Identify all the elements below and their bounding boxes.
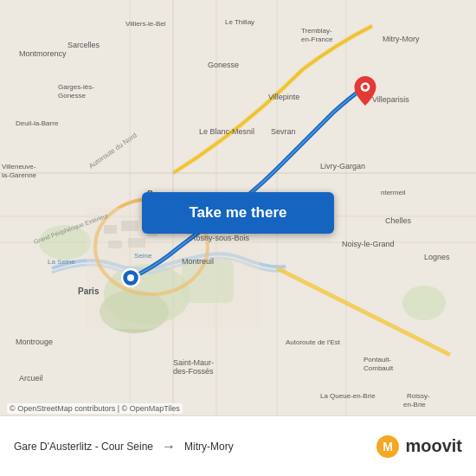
- svg-text:Gonesse: Gonesse: [58, 92, 87, 100]
- svg-text:Villepinte: Villepinte: [268, 93, 299, 101]
- map-attribution: © OpenStreetMap contributors | © OpenMap…: [7, 403, 183, 414]
- svg-text:Le Thillay: Le Thillay: [225, 18, 254, 26]
- svg-text:Combault: Combault: [363, 364, 394, 372]
- bottom-bar: Gare D'Austerlitz - Cour Seine → Mitry-M…: [0, 415, 476, 476]
- take-me-there-button[interactable]: Take me there: [142, 192, 334, 234]
- moovit-brand-text: moovit: [405, 436, 462, 456]
- svg-text:Lognes: Lognes: [424, 253, 450, 261]
- svg-text:Arcueil: Arcueil: [19, 374, 43, 383]
- svg-text:La Queue-en-Brie: La Queue-en-Brie: [320, 392, 376, 400]
- svg-text:Rosny-sous-Bois: Rosny-sous-Bois: [190, 234, 250, 242]
- svg-text:des-Fossés: des-Fossés: [173, 367, 214, 376]
- svg-text:M: M: [383, 440, 394, 453]
- moovit-logo: M moovit: [376, 434, 462, 459]
- origin-pin: [121, 268, 140, 287]
- arrow-icon: →: [162, 439, 176, 454]
- svg-text:en-France: en-France: [301, 35, 333, 43]
- svg-text:Saint-Maur-: Saint-Maur-: [173, 358, 214, 367]
- origin-label: Gare D'Austerlitz - Cour Seine: [14, 441, 153, 453]
- svg-text:Villiers-le-Bel: Villiers-le-Bel: [125, 20, 166, 28]
- map-container: Montmorency Sarcelles Villiers-le-Bel Le…: [0, 0, 476, 415]
- svg-text:Villeneuve-: Villeneuve-: [2, 163, 36, 170]
- svg-text:Livry-Gargan: Livry-Gargan: [320, 162, 365, 170]
- svg-rect-17: [121, 221, 138, 231]
- svg-text:Montrouge: Montrouge: [16, 338, 53, 346]
- svg-text:Pontault-: Pontault-: [363, 356, 391, 363]
- svg-rect-22: [128, 238, 145, 248]
- svg-text:Gonesse: Gonesse: [208, 61, 239, 69]
- svg-text:La Seine: La Seine: [48, 258, 75, 266]
- svg-text:Seine: Seine: [134, 252, 152, 260]
- svg-point-5: [402, 286, 446, 320]
- svg-text:Garges-lès-: Garges-lès-: [58, 83, 94, 91]
- svg-text:Montmorency: Montmorency: [19, 49, 67, 58]
- svg-text:Noisy-le-Grand: Noisy-le-Grand: [342, 240, 395, 248]
- svg-text:Le Blanc-Mesnil: Le Blanc-Mesnil: [199, 127, 254, 136]
- svg-text:Tremblay-: Tremblay-: [301, 27, 332, 35]
- svg-text:Sarcelles: Sarcelles: [68, 41, 100, 49]
- svg-rect-21: [108, 241, 122, 248]
- svg-text:Sevran: Sevran: [271, 127, 296, 136]
- svg-text:Mitry-Mory: Mitry-Mory: [383, 35, 420, 43]
- svg-text:la-Garenne: la-Garenne: [2, 171, 37, 179]
- svg-point-65: [363, 85, 367, 89]
- svg-text:Villeparisis: Villeparisis: [372, 95, 409, 104]
- route-info: Gare D'Austerlitz - Cour Seine → Mitry-M…: [14, 439, 376, 454]
- svg-text:Montreuil: Montreuil: [182, 257, 214, 266]
- svg-rect-16: [104, 225, 117, 234]
- destination-pin: [353, 76, 377, 106]
- svg-text:en-Brie: en-Brie: [403, 401, 426, 408]
- svg-text:Autoroute de l'Est: Autoroute de l'Est: [286, 338, 341, 346]
- svg-point-67: [127, 274, 134, 281]
- destination-label: Mitry-Mory: [184, 441, 234, 453]
- svg-text:Chelles: Chelles: [385, 216, 412, 225]
- svg-text:Paris: Paris: [78, 286, 100, 296]
- svg-text:ntermeil: ntermeil: [381, 189, 406, 196]
- moovit-logo-icon: M: [376, 434, 400, 459]
- svg-text:Roissy-: Roissy-: [407, 392, 430, 400]
- svg-text:Deuil-la-Barre: Deuil-la-Barre: [16, 119, 59, 127]
